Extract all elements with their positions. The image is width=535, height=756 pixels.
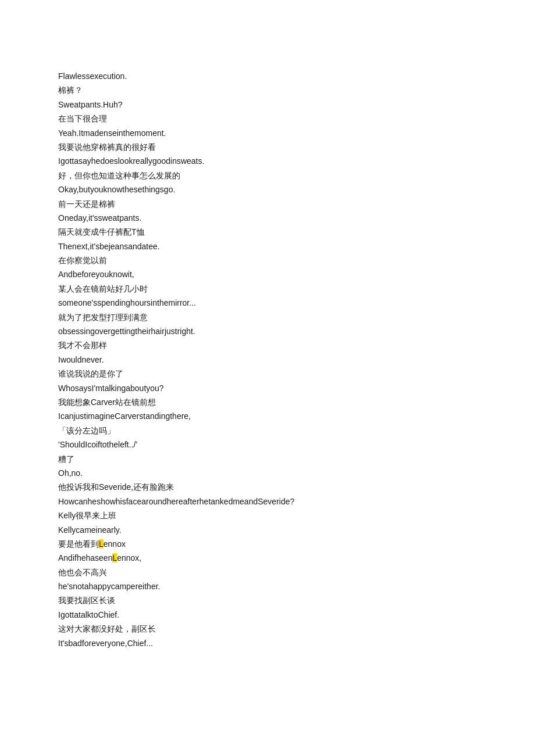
subtitle-line: 糟了 [58,453,477,465]
subtitle-line: Oneday,it'ssweatpants. [58,212,477,224]
subtitle-line: It'sbadforeveryone,Chief... [58,637,477,650]
subtitle-line: 谁说我说的是你了 [58,367,477,380]
subtitle-line: IgottatalktoChief. [58,608,477,621]
subtitle-line: 隔天就变成牛仔裤配T恤 [58,225,477,238]
subtitle-line: 某人会在镜前站好几小时 [58,282,477,295]
subtitle-line: AndifhehaseenLennox, [58,551,477,564]
subtitle-line: IcanjustimagineCarverstandingthere, [58,410,477,422]
main-content: Flawlessexecution.棉裤？Sweatpants.Huh?在当下很… [58,70,477,650]
subtitle-line: Oh,no. [58,467,477,479]
highlight-span: L [99,539,104,549]
subtitle-line: 这对大家都没好处，副区长 [58,622,477,635]
subtitle-line: 我能想象Carver站在镜前想 [58,396,477,409]
subtitle-line: 他也会不高兴 [58,566,477,579]
subtitle-line: he'snotahappycampereither. [58,580,477,593]
subtitle-line: 棉裤？ [58,84,477,96]
subtitle-line: obsessingovergettingtheirhairjustright. [58,325,477,338]
subtitle-line: 他投诉我和Severide,还有脸跑来 [58,481,477,493]
subtitle-line: 我才不会那样 [58,339,477,352]
subtitle-line: 我要说他穿棉裤真的很好看 [58,141,477,153]
subtitle-line: 好，但你也知道这种事怎么发展的 [58,169,477,182]
subtitle-line: 'ShouldIcoiftotheleft../' [58,438,477,451]
subtitle-line: Igottasayhedoeslookreallygoodinsweats. [58,155,477,167]
subtitle-line: 「该分左边吗」 [58,424,477,437]
subtitle-line: 要是他看到Lennox [58,538,477,550]
highlight-span: L [112,553,117,562]
subtitle-line: Sweatpants.Huh? [58,98,477,111]
subtitle-line: 在你察觉以前 [58,254,477,267]
subtitle-line: 在当下很合理 [58,112,477,125]
subtitle-line: Okay,butyouknowthesethingsgo. [58,183,477,196]
subtitle-line: Kellycameinearly. [58,524,477,536]
subtitle-line: 前一天还是棉裤 [58,198,477,210]
subtitle-line: Howcanheshowhisfacearoundhereafterhetank… [58,495,477,508]
subtitle-line: Kelly很早来上班 [58,509,477,522]
subtitle-line: WhosaysI'mtalkingaboutyou? [58,382,477,395]
subtitle-line: someone'sspendinghoursinthemirror... [58,296,477,309]
subtitle-line: 就为了把发型打理到满意 [58,311,477,324]
subtitle-line: Andbeforeyouknowit, [58,268,477,281]
subtitle-line: 我要找副区长谈 [58,594,477,607]
subtitle-line: Flawlessexecution. [58,70,477,83]
subtitle-line: Thenext,it'sbejeansandatee. [58,240,477,253]
subtitle-line: Iwouldnever. [58,353,477,366]
subtitle-line: Yeah.Itmadenseinthemoment. [58,127,477,139]
